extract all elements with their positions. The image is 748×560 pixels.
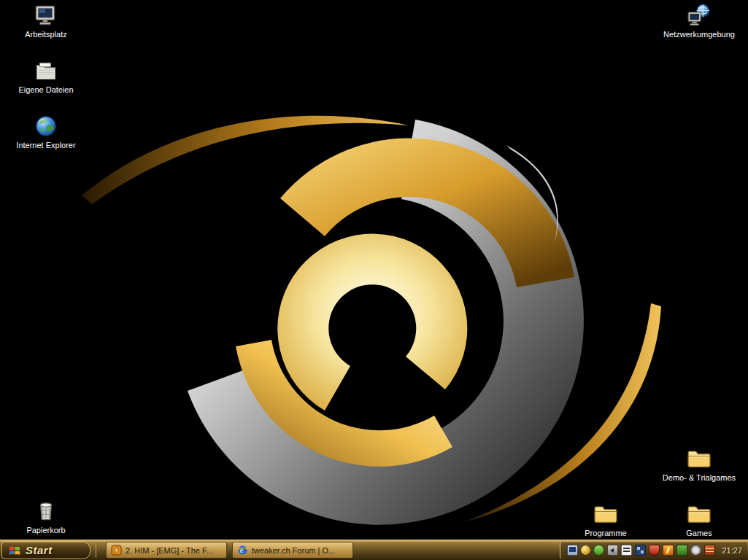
taskbar-button-winamp[interactable]: 2. HIM - [EMG] - The F... (106, 542, 227, 559)
desktop-icon-label: Eigene Dateien (17, 85, 74, 94)
taskbar-divider (96, 543, 98, 558)
desktop-icon-label: Games (685, 529, 713, 537)
folder-icon (687, 502, 712, 526)
taskbar-button-label: tweaker.ch Forum | O... (252, 546, 348, 555)
desktop-icon-label: Papierkorb (25, 526, 66, 534)
desktop-icon-demo-trialgames[interactable]: Demo- & Trialgames (655, 446, 743, 482)
desktop-icon-label: Internet Explorer (15, 141, 77, 149)
system-tray: 21:27 (560, 542, 747, 559)
windows-logo-icon (8, 545, 21, 556)
desktop-icon-papierkorb[interactable]: Papierkorb (2, 499, 90, 534)
volume-icon[interactable] (607, 545, 618, 556)
graphics-driver-icon[interactable] (676, 545, 687, 556)
desktop-icon-label: Demo- & Trialgames (661, 473, 737, 482)
winamp-agent-icon[interactable] (663, 545, 674, 556)
start-button[interactable]: Start (1, 541, 90, 559)
taskbar: Start 2. HIM - [EMG] - The F... tweaker.… (0, 540, 748, 560)
desktop-icon-eigene-dateien[interactable]: Eigene Dateien (2, 58, 90, 94)
folder-icon (593, 502, 618, 526)
desktop-icon-programme[interactable]: Programme (562, 502, 649, 537)
wallpaper-swirl-art (0, 0, 748, 560)
network-connections-icon[interactable] (635, 545, 646, 556)
internet-explorer-icon (237, 545, 248, 556)
display-settings-icon[interactable] (567, 545, 578, 556)
desktop-icon-games[interactable]: Games (655, 502, 743, 537)
recycle-bin-icon (34, 499, 58, 524)
desktop-icon-label: Programme (583, 529, 628, 537)
desktop-icon-internet-explorer[interactable]: Internet Explorer (2, 114, 90, 149)
taskbar-button-label: 2. HIM - [EMG] - The F... (126, 546, 222, 555)
start-button-label: Start (26, 544, 53, 556)
gold-app-icon[interactable] (581, 545, 590, 555)
my-documents-icon (34, 58, 58, 83)
winamp-icon (111, 545, 122, 556)
desktop-icon-arbeitsplatz[interactable]: Arbeitsplatz (2, 3, 90, 39)
system-gear-icon[interactable] (690, 545, 701, 556)
firewall-icon[interactable] (704, 545, 715, 556)
lite-player-icon[interactable] (621, 545, 632, 556)
messenger-icon[interactable] (593, 545, 604, 556)
antivirus-shield-icon[interactable] (649, 545, 660, 556)
taskbar-clock[interactable]: 21:27 (722, 546, 742, 555)
taskbar-button-browser[interactable]: tweaker.ch Forum | O... (232, 542, 353, 559)
desktop-icon-label: Netzwerkumgebung (662, 30, 736, 39)
desktop-icon-netzwerkumgebung[interactable]: Netzwerkumgebung (655, 3, 743, 39)
my-computer-icon (34, 3, 58, 28)
folder-icon (687, 446, 712, 471)
desktop-icon-label: Arbeitsplatz (23, 30, 68, 39)
internet-explorer-globe-icon (34, 114, 58, 139)
network-neighborhood-icon (687, 3, 712, 28)
